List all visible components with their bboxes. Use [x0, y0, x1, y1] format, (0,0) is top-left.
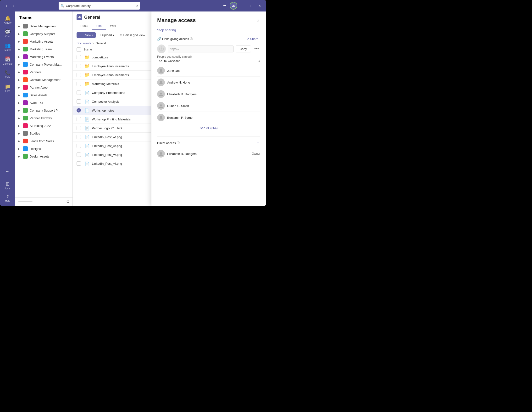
link-avatar: [157, 45, 166, 53]
file-check-cell: ✓: [76, 108, 84, 113]
row-checkbox[interactable]: [76, 99, 81, 104]
ma-share-label: Share: [250, 37, 258, 41]
direct-person-row[interactable]: Elizabeth R. Rodgers Owner: [157, 148, 260, 159]
file-icon-cell: 📄: [84, 134, 90, 140]
direct-access-info-icon[interactable]: ⓘ: [177, 141, 180, 145]
row-checkbox[interactable]: [76, 82, 81, 86]
team-item[interactable]: ▶ Partner Avoe •••: [15, 84, 73, 91]
file-check-cell: [76, 144, 84, 148]
file-icon-cell: 📁: [84, 81, 90, 87]
team-name: Marketing Team: [30, 47, 63, 51]
team-item[interactable]: ▶ Marketing Events •••: [15, 53, 73, 60]
links-info-icon[interactable]: ⓘ: [190, 37, 193, 41]
direct-person-list: Elizabeth R. Rodgers Owner: [157, 148, 260, 159]
row-checkbox[interactable]: [76, 73, 81, 77]
edit-grid-button[interactable]: ⊞ Edit in grid view: [118, 32, 147, 38]
close-button[interactable]: ×: [256, 2, 263, 9]
person-name: Andrew N. Hone: [167, 81, 190, 84]
sidebar-item-files[interactable]: 📁 Files: [1, 82, 14, 94]
breadcrumb-separator: >: [93, 42, 94, 45]
more-options-button[interactable]: •••: [221, 2, 228, 9]
select-all-checkbox[interactable]: [76, 47, 81, 52]
sidebar-item-activity[interactable]: 🔔 Activity: [1, 13, 14, 26]
check-all[interactable]: [76, 47, 84, 52]
sidebar-item-calls[interactable]: 📞 Calls: [1, 68, 14, 81]
team-color-badge: [23, 62, 28, 67]
sidebar-item-apps[interactable]: ⊞ Apps: [1, 179, 14, 192]
link-works-toggle[interactable]: ∧: [258, 59, 260, 63]
chat-label: Chat: [5, 35, 10, 38]
minimize-button[interactable]: —: [239, 2, 246, 9]
team-item[interactable]: ▶ Marketing Team •••: [15, 45, 73, 53]
new-button[interactable]: + + New ▾: [76, 32, 96, 38]
sidebar-settings-button[interactable]: ⚙: [66, 199, 70, 204]
tab-posts[interactable]: Posts: [76, 22, 92, 30]
person-row[interactable]: Elizabeth R. Rodgers: [157, 88, 260, 100]
file-icon-cell: 📁: [84, 72, 90, 78]
back-button[interactable]: ‹: [3, 2, 10, 9]
user-avatar[interactable]: JD: [230, 2, 237, 10]
team-item[interactable]: ▶ Leads from Sales •••: [15, 137, 73, 145]
sidebar-item-calendar[interactable]: 📅 Calendar: [1, 54, 14, 67]
add-direct-access-button[interactable]: +: [256, 140, 260, 146]
team-name: Partners: [30, 70, 63, 74]
person-row[interactable]: Benjamin P. Byrne: [157, 112, 260, 123]
team-item[interactable]: ▶ Company Support Planning •••: [15, 107, 73, 114]
team-item[interactable]: ▶ Partners •••: [15, 68, 73, 76]
team-item[interactable]: ▶ Avoe EXT •••: [15, 99, 73, 107]
team-item[interactable]: ▶ Company Support •••: [15, 30, 73, 38]
tab-files[interactable]: Files: [92, 22, 106, 30]
breadcrumb-documents[interactable]: Documents: [76, 42, 91, 45]
team-item[interactable]: ▶ A Holding 2022 •••: [15, 122, 73, 129]
team-item[interactable]: ▶ Contract Management •••: [15, 76, 73, 84]
maximize-button[interactable]: □: [248, 2, 255, 9]
team-item[interactable]: ▶ Design Assets •••: [15, 153, 73, 160]
search-icon: 🔍: [60, 4, 64, 8]
forward-button[interactable]: ›: [10, 2, 17, 9]
link-input[interactable]: [168, 46, 234, 52]
row-checkbox[interactable]: [76, 126, 81, 130]
sidebar-item-chat[interactable]: 💬 Chat: [1, 27, 14, 40]
sidebar-item-teams[interactable]: 👥 Teams: [1, 41, 14, 53]
channel-name: General: [84, 15, 100, 20]
row-checkbox[interactable]: [76, 55, 81, 59]
row-checkbox[interactable]: [76, 117, 81, 121]
row-checkbox[interactable]: [76, 64, 81, 68]
manage-access-close-button[interactable]: ×: [256, 17, 260, 24]
team-item[interactable]: ▶ Studies •••: [15, 129, 73, 137]
team-item[interactable]: ▶ Sales Assets •••: [15, 91, 73, 99]
team-name: Marketing Events: [30, 55, 63, 59]
team-name: Design Assets: [30, 155, 63, 158]
team-item[interactable]: ▶ Sales Management •••: [15, 22, 73, 30]
upload-button[interactable]: ↑ Upload ▾: [98, 32, 116, 38]
row-checkbox[interactable]: [76, 90, 81, 95]
row-checkbox[interactable]: [76, 144, 81, 148]
tab-wiki[interactable]: Wiki: [106, 22, 120, 30]
team-expand-icon: ▶: [18, 25, 21, 28]
person-row[interactable]: Ruben S. Smith: [157, 100, 260, 112]
row-checkbox[interactable]: [76, 135, 81, 139]
team-item[interactable]: ▶ Designs •••: [15, 145, 73, 153]
stop-sharing-link[interactable]: Stop sharing: [157, 28, 176, 32]
team-item[interactable]: ▶ Partner Twoway •••: [15, 114, 73, 122]
team-item[interactable]: ▶ Company Project Management •••: [15, 60, 73, 68]
svg-point-7: [160, 116, 162, 118]
person-row[interactable]: Jane Doe: [157, 65, 260, 76]
person-row[interactable]: Andrew N. Hone: [157, 76, 260, 88]
ma-share-button[interactable]: ↗ Share: [245, 36, 260, 42]
row-checkbox[interactable]: [76, 153, 81, 157]
title-bar-actions: ••• JD — □ ×: [221, 2, 263, 10]
sidebar-item-more[interactable]: •••: [1, 167, 14, 175]
team-color-badge: [23, 54, 28, 59]
see-all-button[interactable]: See All (364): [200, 126, 218, 130]
search-clear-button[interactable]: ×: [136, 4, 138, 8]
search-input[interactable]: [66, 4, 135, 8]
file-icon-cell: 📄: [84, 125, 90, 131]
svg-point-4: [160, 81, 162, 83]
svg-point-6: [160, 104, 162, 106]
team-item[interactable]: ▶ Marketing Assets •••: [15, 38, 73, 45]
copy-button[interactable]: Copy: [236, 46, 251, 52]
sidebar-item-help[interactable]: ? Help: [1, 193, 14, 204]
row-checkbox[interactable]: [76, 161, 81, 166]
link-more-button[interactable]: •••: [253, 46, 260, 52]
